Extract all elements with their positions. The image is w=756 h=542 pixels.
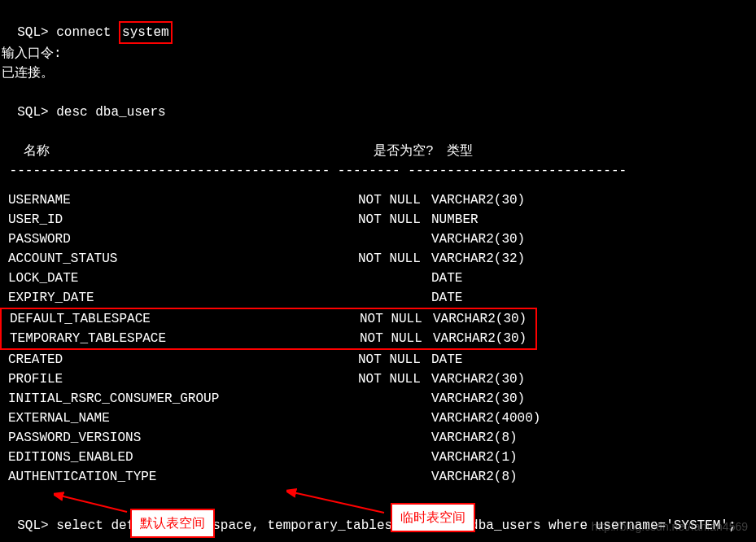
watermark-text: http://blog.csdn.net/fanfan4569 bbox=[592, 518, 748, 535]
divider-line: ----------------------------------------… bbox=[2, 161, 754, 181]
command-text: desc dba_users bbox=[56, 105, 165, 120]
sql-prompt: SQL> bbox=[17, 105, 48, 120]
table-row: EXPIRY_DATEDATE bbox=[2, 288, 754, 308]
header-name: 名称 bbox=[24, 142, 374, 161]
terminal-line: SQL> connect system bbox=[2, 2, 754, 44]
table-row: PROFILENOT NULLVARCHAR2(30) bbox=[2, 369, 754, 389]
table-row: PASSWORDVARCHAR2(30) bbox=[2, 229, 754, 249]
table-row: EDITIONS_ENABLEDVARCHAR2(1) bbox=[2, 448, 754, 467]
header-type: 类型 bbox=[447, 142, 473, 161]
table-row: USER_IDNOT NULLNUMBER bbox=[2, 210, 754, 229]
table-row: CREATEDNOT NULLDATE bbox=[2, 350, 754, 369]
highlighted-tablespace-rows: DEFAULT_TABLESPACENOT NULLVARCHAR2(30) T… bbox=[0, 308, 537, 350]
sql-prompt: SQL> bbox=[17, 25, 48, 40]
table-row: AUTHENTICATION_TYPEVARCHAR2(8) bbox=[2, 467, 754, 487]
table-row: LOCK_DATEDATE bbox=[2, 269, 754, 288]
sql-prompt: SQL> bbox=[17, 518, 48, 533]
annotation-default-tablespace: 默认表空间 bbox=[130, 509, 215, 538]
command-text: connect bbox=[56, 25, 119, 40]
table-row: ACCOUNT_STATUSNOT NULLVARCHAR2(32) bbox=[2, 249, 754, 269]
terminal-line: SQL> desc dba_users bbox=[2, 83, 754, 122]
table-row: TEMPORARY_TABLESPACENOT NULLVARCHAR2(30) bbox=[3, 329, 534, 348]
table-header-row: 名称是否为空?类型 bbox=[2, 122, 754, 161]
table-row: PASSWORD_VERSIONSVARCHAR2(8) bbox=[2, 428, 754, 448]
table-row: INITIAL_RSRC_CONSUMER_GROUPVARCHAR2(30) bbox=[2, 389, 754, 409]
terminal-line: 输入口令: bbox=[2, 44, 754, 63]
highlighted-system: system bbox=[119, 21, 173, 44]
terminal-line: 已连接。 bbox=[2, 63, 754, 83]
table-row: EXTERNAL_NAMEVARCHAR2(4000) bbox=[2, 409, 754, 428]
header-null: 是否为空? bbox=[374, 142, 447, 161]
annotation-temp-tablespace: 临时表空间 bbox=[391, 503, 475, 532]
table-row: DEFAULT_TABLESPACENOT NULLVARCHAR2(30) bbox=[3, 309, 534, 329]
table-row: USERNAMENOT NULLVARCHAR2(30) bbox=[2, 190, 754, 210]
